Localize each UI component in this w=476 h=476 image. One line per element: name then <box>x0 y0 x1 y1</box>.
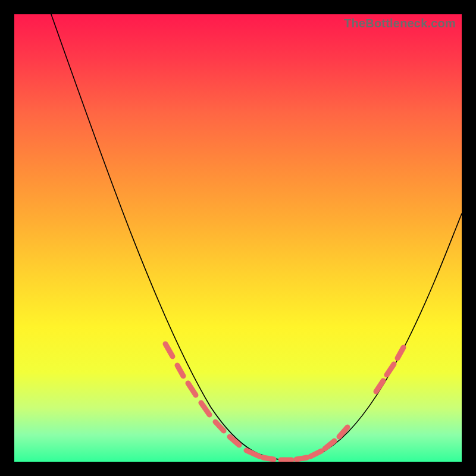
curve-marker <box>397 347 403 358</box>
curve-marker <box>246 450 259 456</box>
chart-area: TheBottleneck.com <box>14 14 462 462</box>
curve-marker <box>325 441 334 449</box>
bottleneck-curve <box>51 14 462 461</box>
curve-marker <box>387 364 394 375</box>
marker-group <box>165 344 403 460</box>
curve-marker <box>339 427 347 437</box>
curve-marker <box>230 437 239 445</box>
curve-marker <box>311 451 321 456</box>
curve-marker <box>296 458 307 459</box>
curve-marker <box>263 458 274 459</box>
curve-marker <box>165 344 173 356</box>
curve-marker <box>376 381 383 392</box>
curve-marker <box>188 383 196 395</box>
curve-marker <box>201 403 209 415</box>
chart-svg <box>14 14 462 462</box>
curve-marker <box>177 365 183 376</box>
